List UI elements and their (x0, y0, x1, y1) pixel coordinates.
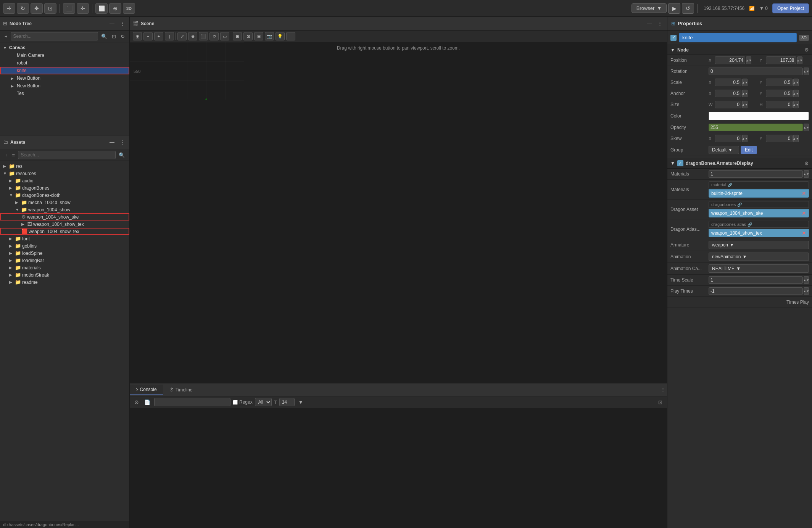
snap-btn[interactable]: ⊞ (233, 32, 242, 40)
more-btn[interactable]: ⋮ (118, 20, 126, 27)
materials-chip-close[interactable]: ✕ (802, 190, 806, 196)
scale-x-spinner[interactable]: ▲▼ (742, 79, 748, 86)
console-content[interactable] (130, 408, 667, 528)
search-icon[interactable]: 🔍 (100, 33, 109, 40)
size-h-spinner[interactable]: ▲▼ (793, 101, 799, 108)
materials-count-input[interactable] (709, 170, 803, 178)
tree-item-new-button-1[interactable]: ▶ New Button (0, 74, 129, 82)
zoom-fit-btn[interactable]: ⊞ (133, 32, 142, 40)
size-w-spinner[interactable]: ▲▼ (742, 101, 748, 108)
assets-more-btn[interactable]: ⋮ (118, 138, 126, 146)
asset-weapon-tex-folder[interactable]: ▶ 🖼 weapon_1004_show_tex (0, 221, 129, 228)
3d-btn[interactable]: 3D (123, 3, 135, 14)
asset-motionstreak[interactable]: ▶ 📁 motionStreak (0, 271, 129, 278)
asset-readme[interactable]: ▶ 📁 readme (0, 278, 129, 286)
light-btn[interactable]: 💡 (276, 32, 285, 40)
asset-weapon-folder[interactable]: ▼ 📁 weapon_1004_show (0, 206, 129, 213)
filter-icon[interactable]: ⊡ (110, 33, 118, 40)
asset-audio[interactable]: ▶ 📁 audio (0, 177, 129, 184)
size-h-input[interactable] (766, 101, 793, 108)
play-times-input[interactable] (709, 287, 803, 295)
asset-loadingbar[interactable]: ▶ 📁 loadingBar (0, 257, 129, 264)
console-more-btn[interactable]: ⋮ (659, 386, 667, 393)
skew-x-input[interactable] (715, 135, 741, 142)
assets-minimize-btn[interactable]: — (108, 138, 116, 146)
asset-mecha[interactable]: ▶ 📁 mecha_1004d_show (0, 199, 129, 206)
tree-item-canvas[interactable]: ▼ Canvas (0, 44, 129, 52)
add-node-btn[interactable]: + (3, 33, 9, 40)
snap2-btn[interactable]: ⊠ (243, 32, 253, 40)
tree-item-knife[interactable]: knife (0, 67, 129, 74)
position-x-spinner[interactable]: ▲▼ (746, 56, 751, 64)
dragon-atlas-link-icon[interactable]: 🔗 (748, 222, 752, 227)
assets-list-btn[interactable]: ≡ (11, 151, 17, 159)
more2-btn[interactable]: ⋯ (286, 32, 295, 40)
rotation-input[interactable] (709, 68, 803, 75)
node-section-header[interactable]: ▼ Node ⚙ (667, 45, 812, 55)
db-section-gear[interactable]: ⚙ (804, 161, 809, 166)
tab-console[interactable]: ≥ Console (130, 385, 163, 395)
rotate-tool-btn[interactable]: ↺ (209, 32, 219, 40)
scale-y-input[interactable] (766, 79, 793, 86)
ruler-btn[interactable]: | (165, 32, 174, 40)
asset-loadspine[interactable]: ▶ 📁 loadSpine (0, 250, 129, 257)
position-x-input[interactable] (715, 56, 745, 64)
opacity-input[interactable] (709, 124, 803, 131)
dragon-asset-link-icon[interactable]: 🔗 (737, 203, 742, 207)
node-search-input[interactable] (11, 32, 98, 40)
play-times-spinner[interactable]: ▲▼ (804, 287, 809, 295)
reload-btn[interactable]: ↺ (682, 3, 694, 14)
assets-search-input[interactable] (18, 151, 116, 159)
asset-dragonbones[interactable]: ▶ 📁 dragonBones (0, 184, 129, 192)
tree-item-new-button-2[interactable]: ▶ New Button (0, 82, 129, 90)
tree-item-main-camera[interactable]: Main Camera (0, 52, 129, 59)
time-scale-spinner[interactable]: ▲▼ (804, 276, 809, 284)
db-checkbox[interactable]: ✓ (677, 160, 683, 166)
color-swatch[interactable] (709, 112, 809, 120)
rect-tool-btn[interactable]: ▭ (220, 32, 229, 40)
clear-btn[interactable]: ⊘ (133, 398, 140, 406)
font-size-arrow[interactable]: ▼ (297, 399, 305, 406)
armature-dropdown[interactable]: weapon ▼ (709, 241, 809, 249)
anchor-y-input[interactable] (766, 90, 793, 97)
anchor-x-input[interactable] (715, 90, 741, 97)
move-tool-btn[interactable]: ⤢ (177, 32, 187, 40)
browser-dropdown[interactable]: Browser ▼ (632, 3, 667, 13)
console-minimize-btn[interactable]: — (651, 386, 659, 393)
asset-resources[interactable]: ▼ 📁 resources (0, 170, 129, 177)
asset-goblins[interactable]: ▶ 📁 goblins (0, 242, 129, 250)
position-y-input[interactable] (766, 56, 796, 64)
edit-button[interactable]: Edit (741, 146, 757, 154)
asset-materials[interactable]: ▶ 📁 materials (0, 264, 129, 271)
scene-view[interactable]: Drag with right mouse button to pan view… (130, 42, 667, 383)
console-filter-input[interactable] (154, 398, 230, 406)
node-section-gear[interactable]: ⚙ (804, 47, 809, 53)
animation-dropdown[interactable]: newAnimation ▼ (709, 253, 809, 261)
asset-weapon-ske[interactable]: ⚙ weapon_1004_show_ske (0, 213, 129, 221)
add-btn[interactable]: ✛ (3, 3, 15, 14)
scale-y-spinner[interactable]: ▲▼ (793, 79, 799, 86)
log-level-select[interactable]: All (255, 398, 272, 406)
crop-btn[interactable]: ⊡ (44, 3, 56, 14)
animation-cache-dropdown[interactable]: REALTIME ▼ (709, 264, 809, 273)
scene-minimize-btn[interactable]: — (646, 20, 654, 27)
globe-btn[interactable]: ⊕ (109, 3, 121, 14)
pin-btn[interactable]: ✛ (77, 3, 89, 14)
scale-tool-btn[interactable]: ⬛ (199, 32, 208, 40)
node-checkbox[interactable]: ✓ (670, 35, 677, 41)
asset-weapon-tex-file[interactable]: 🟥 weapon_1004_show_tex (0, 228, 129, 235)
tab-timeline[interactable]: ⏱ Timeline (163, 385, 199, 395)
minimize-btn[interactable]: — (108, 20, 116, 27)
assets-add-btn[interactable]: + (3, 151, 9, 159)
db-section-header[interactable]: ▼ ✓ dragonBones.ArmatureDisplay ⚙ (667, 158, 812, 169)
node-name-input[interactable] (679, 33, 797, 42)
dragon-atlas-close[interactable]: ✕ (802, 230, 806, 236)
screen-btn[interactable]: ⬜ (95, 3, 108, 14)
materials-count-spinner[interactable]: ▲▼ (804, 170, 809, 178)
camera-btn[interactable]: 📷 (265, 32, 274, 40)
asset-res[interactable]: ▶ 📁 res (0, 163, 129, 170)
scene-more-btn[interactable]: ⋮ (656, 20, 664, 27)
dragon-asset-close[interactable]: ✕ (802, 210, 806, 216)
skew-y-spinner[interactable]: ▲▼ (793, 135, 799, 142)
time-scale-input[interactable] (709, 276, 803, 284)
